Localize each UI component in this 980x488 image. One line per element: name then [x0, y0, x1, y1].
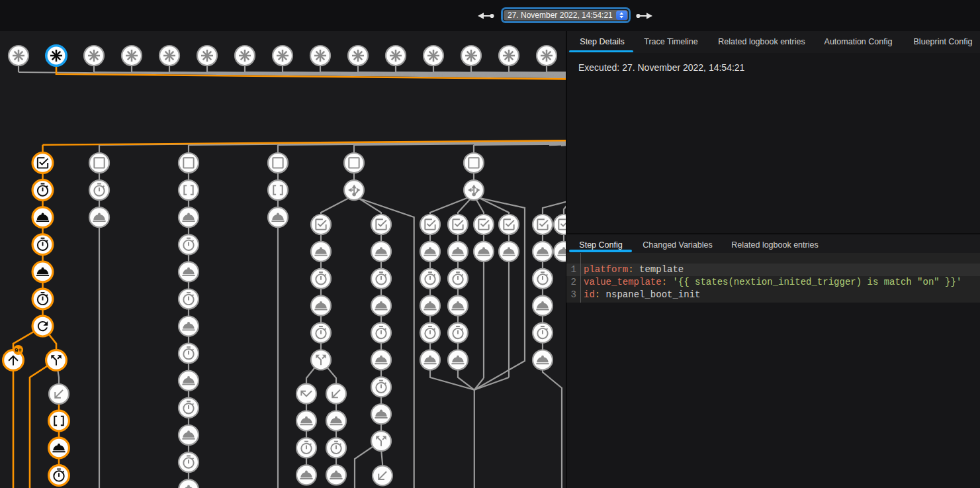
- svg-text:9+: 9+: [15, 346, 22, 354]
